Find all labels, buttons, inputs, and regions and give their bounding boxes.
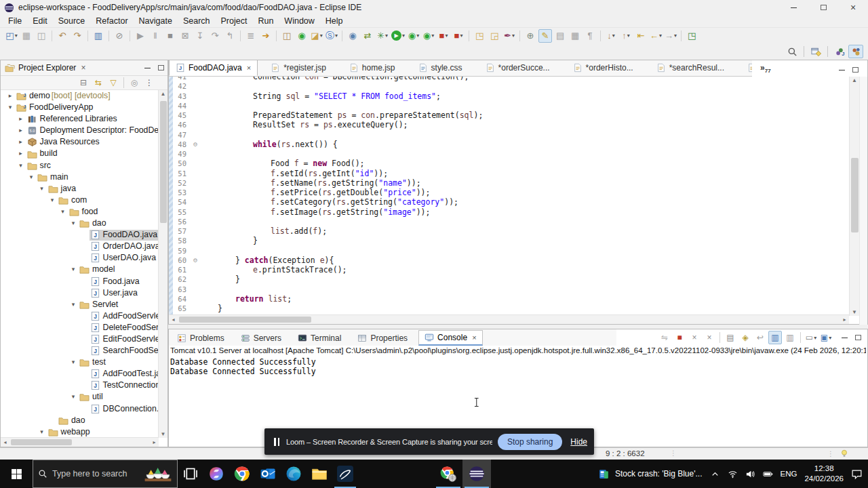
tree-item-build[interactable]: ▸build (1, 148, 159, 159)
code-text[interactable]: } catch(Exception e){ (200, 256, 848, 265)
import-button[interactable]: ◳ (473, 29, 486, 43)
maximize-console-button[interactable] (851, 331, 865, 344)
new-text-file-button[interactable]: ◳ (685, 29, 698, 43)
scroll-up-icon[interactable]: ▲ (159, 91, 167, 97)
back-dropdown-icon[interactable]: ▾ (659, 33, 662, 39)
code-text[interactable]: f.setId(rs.getInt("id")); (200, 169, 848, 178)
minimize-console-button[interactable] (837, 331, 851, 344)
news-widget[interactable]: Stock crash: 'Big Blue'... (598, 468, 703, 480)
code-text[interactable]: Food f = new Food(); (200, 159, 848, 168)
menu-file[interactable]: File (3, 16, 27, 26)
task-view-taskbar-button[interactable] (178, 460, 203, 488)
link-with-editor-button[interactable]: ⇆ (92, 76, 105, 89)
tree-collapse-icon[interactable]: ▾ (58, 206, 68, 218)
menu-source[interactable]: Source (53, 16, 91, 26)
editor-horizontal-scrollbar[interactable]: ◂ ▸ (169, 314, 849, 324)
code-text[interactable]: list.add(f); (200, 226, 848, 236)
forward-button[interactable]: →▾ (664, 29, 677, 43)
menu-navigate[interactable]: Navigate (134, 16, 178, 26)
display-selected-console-dropdown-icon[interactable]: ▾ (814, 335, 816, 341)
suspend-button[interactable]: ‖ (149, 29, 162, 43)
tree-expand-icon[interactable]: ▸ (16, 113, 26, 125)
terminate-button[interactable]: ■ (163, 29, 177, 43)
close-window-button[interactable]: × (838, 0, 868, 15)
notification-center-icon[interactable] (851, 468, 863, 480)
last-edit-location-button[interactable]: ⇤ (634, 29, 648, 43)
jee-perspective-button[interactable] (848, 45, 863, 58)
menu-window[interactable]: Window (279, 16, 319, 26)
code-text[interactable] (200, 130, 848, 140)
code-text[interactable] (200, 285, 848, 294)
undo-button[interactable]: ↶ (56, 29, 69, 43)
explorer-horizontal-scrollbar[interactable]: ◂ ▸ (1, 437, 159, 447)
battery-icon[interactable] (763, 469, 773, 479)
open-type-button[interactable]: ⊕ (524, 29, 537, 43)
new-java-project-button[interactable]: ◪▾ (310, 29, 323, 43)
code-text[interactable]: } (200, 274, 848, 284)
run-configurations-dropdown-icon[interactable]: ▾ (416, 33, 419, 39)
collapse-all-button[interactable]: ⊟ (77, 76, 90, 89)
wifi-icon[interactable] (728, 469, 738, 479)
forward-dropdown-icon[interactable]: ▾ (674, 33, 677, 39)
fold-marker-icon[interactable]: ⊖ (191, 256, 200, 265)
tree-item-editfoodservlet-java[interactable]: JEditFoodServlet.java (1, 333, 159, 345)
tree-item-util[interactable]: ▾util (1, 391, 159, 403)
tree-item-main[interactable]: ▾main (1, 171, 159, 183)
new-dropdown-icon[interactable]: ▾ (15, 33, 18, 39)
tree-collapse-icon[interactable]: ▾ (37, 183, 47, 195)
tree-item-referenced-libraries[interactable]: ▸Referenced Libraries (1, 113, 159, 125)
open-perspective-button[interactable] (808, 45, 823, 58)
profile-button[interactable]: ◉▾ (422, 29, 435, 43)
console-tab-problems[interactable]: Problems (172, 330, 230, 346)
follow-output-button[interactable]: ⇋ (658, 331, 671, 344)
outlook-taskbar-button[interactable] (255, 460, 281, 488)
editor-tab-searchresul[interactable]: *searchResul... (650, 60, 730, 76)
minimize-explorer-button[interactable] (140, 61, 154, 75)
tree-item-dao[interactable]: ▾dao (1, 218, 159, 229)
explorer-vertical-scrollbar[interactable]: ▲ ▼ (158, 90, 167, 438)
scroll-right-icon[interactable]: ▸ (840, 317, 849, 323)
view-menu-button[interactable]: ⋮ (142, 76, 156, 89)
code-view[interactable]: 41Connection con = DBConnection.getConne… (173, 77, 848, 316)
tree-item-dao[interactable]: dao (1, 415, 159, 426)
tree-expand-icon[interactable]: ▸ (5, 90, 16, 102)
code-text[interactable]: f.setPrice(rs.getDouble("price")); (200, 188, 848, 197)
code-text[interactable]: PreparedStatement ps = con.prepareStatem… (200, 110, 848, 120)
web-services-button[interactable]: ⇄ (361, 29, 374, 43)
tree-item-dbconnection-java[interactable]: JDBConnection.java (1, 403, 159, 415)
new-servlet-dropdown-icon[interactable]: ▾ (335, 33, 338, 39)
editor-tab-home-jsp[interactable]: home.jsp (343, 60, 401, 76)
externalize-strings-button[interactable]: ▦ (568, 29, 582, 43)
copy-snippet-button[interactable]: ◫ (280, 29, 294, 43)
scroll-lock-button[interactable]: ◈ (738, 331, 752, 344)
tree-item-model[interactable]: ▾model (1, 264, 159, 275)
pin-console-button[interactable]: ▥ (768, 331, 782, 344)
fold-marker-icon[interactable]: ⊖ (191, 140, 200, 149)
debug-button[interactable]: ✳▾ (376, 29, 389, 43)
search-button[interactable] (785, 45, 800, 58)
code-text[interactable] (200, 81, 848, 91)
tab-overflow-button[interactable]: »77 (760, 63, 771, 74)
terminate-launch-button[interactable]: ■ (673, 331, 686, 344)
java-perspective-button[interactable]: J (832, 45, 847, 58)
stop-sharing-button[interactable]: Stop sharing (498, 434, 562, 450)
tree-item-com[interactable]: ▾com (1, 195, 159, 206)
previous-annotation-button[interactable]: ↑▾ (619, 29, 633, 43)
save-button[interactable]: ▦ (20, 29, 33, 43)
tree-collapse-icon[interactable]: ▾ (16, 160, 26, 171)
volume-icon[interactable] (745, 469, 755, 479)
chrome-app-taskbar-button[interactable] (434, 460, 462, 488)
maximize-window-button[interactable] (808, 0, 838, 15)
menu-help[interactable]: Help (320, 16, 349, 26)
scroll-down-icon[interactable]: ▼ (850, 309, 859, 315)
code-text[interactable]: f.setName(rs.getString("name")); (200, 178, 848, 188)
editor-tab-payment-jsp[interactable]: *payment.jsp (741, 60, 752, 76)
tree-item-deletefoodservlet-java[interactable]: JDeleteFoodServlet.java (1, 322, 159, 333)
scroll-right-icon[interactable]: ▸ (150, 439, 159, 445)
taskbar-search-input[interactable]: Type here to search (33, 460, 178, 488)
show-selected-element-button[interactable]: ▤ (553, 29, 567, 43)
clear-console-button[interactable]: ▤ (724, 331, 737, 344)
tree-collapse-icon[interactable]: ▾ (37, 426, 47, 438)
copilot-taskbar-button[interactable] (203, 460, 229, 488)
tree-item-user-java[interactable]: JUser.java (1, 287, 159, 299)
